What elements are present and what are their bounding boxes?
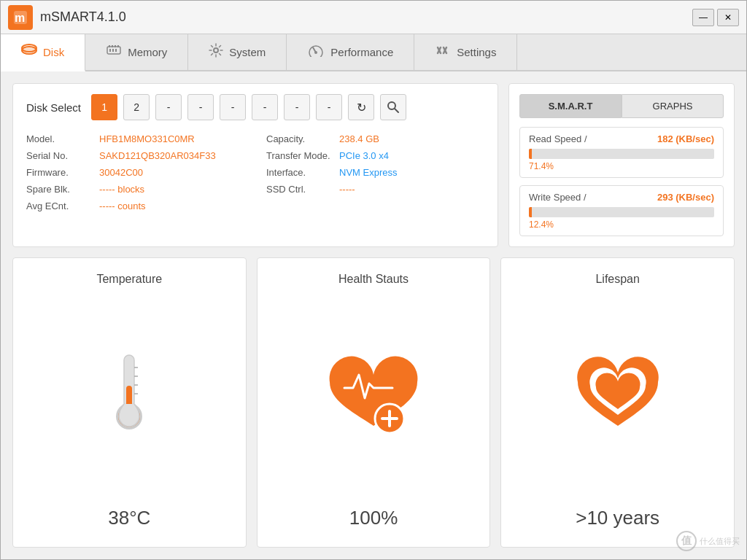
avgecnt-value: ----- counts — [99, 201, 146, 211]
bottom-cards: Temperature — [12, 257, 735, 548]
lifespan-heart-icon — [574, 357, 662, 437]
app-window: m mSMART4.1.0 — ✕ Disk — [0, 0, 747, 560]
smart-graphs-buttons: S.M.A.R.T GRAPHS — [519, 94, 724, 118]
disk-btn-5[interactable]: - — [220, 94, 246, 120]
watermark-logo: 值 — [676, 531, 697, 551]
disk-btn-1[interactable]: 1 — [91, 94, 117, 120]
svg-rect-13 — [117, 45, 119, 47]
serial-value: SAKD121QB320AR034F33 — [99, 150, 216, 161]
write-speed-header: Write Speed / 293 (KB/sec) — [529, 192, 714, 203]
performance-tab-icon — [307, 44, 325, 61]
health-icon — [322, 353, 425, 440]
model-row: Model. HFB1M8MO331C0MR — [26, 133, 244, 144]
disk-details: Model. HFB1M8MO331C0MR Serial No. SAKD12… — [26, 133, 484, 211]
tab-performance-label: Performance — [330, 46, 393, 58]
firmware-value: 30042C00 — [99, 167, 143, 178]
disk-select-label: Disk Select — [26, 101, 81, 114]
temperature-title: Temperature — [96, 273, 162, 286]
tab-memory-label: Memory — [128, 46, 167, 58]
ssdctrl-label: SSD Ctrl. — [266, 184, 339, 195]
settings-tab-icon — [435, 44, 451, 61]
disk-tab-icon — [21, 44, 37, 61]
health-card: Health Stauts 100% — [257, 257, 491, 548]
close-button[interactable]: ✕ — [717, 9, 739, 26]
interface-row: Interface. NVM Express — [266, 167, 484, 178]
main-content: Disk Select 1 2 - - - - - - ↻ — [1, 71, 746, 559]
graphs-button[interactable]: GRAPHS — [622, 94, 724, 118]
tab-system-label: System — [229, 46, 266, 58]
tab-performance[interactable]: Performance — [287, 34, 414, 70]
disk-btn-6[interactable]: - — [252, 94, 278, 120]
ssdctrl-value: ----- — [339, 184, 355, 195]
interface-label: Interface. — [266, 167, 339, 178]
read-speed-percent: 71.4% — [529, 161, 714, 171]
disk-select-row: Disk Select 1 2 - - - - - - ↻ — [26, 94, 484, 120]
temperature-value: 38°C — [108, 507, 150, 529]
capacity-label: Capacity. — [266, 133, 339, 144]
read-speed-item: Read Speed / 182 (KB/sec) 71.4% — [519, 127, 724, 178]
spare-label: Spare Blk. — [26, 184, 99, 195]
refresh-button[interactable]: ↻ — [348, 94, 374, 120]
tab-system[interactable]: System — [188, 34, 287, 70]
watermark-text: 什么值得买 — [700, 536, 740, 547]
disk-btn-4[interactable]: - — [187, 94, 214, 120]
right-panel: S.M.A.R.T GRAPHS Read Speed / 182 (KB/se… — [508, 83, 735, 247]
app-logo: m — [8, 5, 33, 30]
svg-rect-10 — [109, 45, 110, 47]
transfer-label: Transfer Mode. — [266, 150, 339, 161]
thermometer-icon — [100, 349, 158, 444]
lifespan-title: Lifespan — [595, 273, 640, 286]
disk-btn-2[interactable]: 2 — [123, 94, 150, 120]
write-speed-label: Write Speed / — [529, 192, 587, 203]
tab-settings[interactable]: Settings — [414, 34, 517, 70]
capacity-value: 238.4 GB — [339, 133, 379, 144]
svg-rect-9 — [115, 49, 117, 52]
watermark: 值 什么值得买 — [676, 531, 740, 551]
svg-rect-11 — [112, 45, 113, 47]
memory-tab-icon — [106, 44, 122, 61]
model-label: Model. — [26, 133, 99, 144]
firmware-row: Firmware. 30042C00 — [26, 167, 244, 178]
serial-label: Serial No. — [26, 150, 99, 161]
tab-disk-label: Disk — [43, 46, 64, 58]
model-value: HFB1M8MO331C0MR — [99, 133, 195, 144]
transfer-value: PCIe 3.0 x4 — [339, 150, 389, 161]
write-speed-percent: 12.4% — [529, 219, 714, 230]
disk-col-right: Capacity. 238.4 GB Transfer Mode. PCIe 3… — [266, 133, 484, 211]
avgecnt-label: Avg ECnt. — [26, 201, 99, 211]
transfer-row: Transfer Mode. PCIe 3.0 x4 — [266, 150, 484, 161]
window-controls: — ✕ — [692, 9, 739, 26]
read-speed-header: Read Speed / 182 (KB/sec) — [529, 133, 714, 144]
svg-rect-12 — [115, 45, 116, 47]
disk-col-left: Model. HFB1M8MO331C0MR Serial No. SAKD12… — [26, 133, 244, 211]
lifespan-icon-area — [574, 286, 662, 507]
search-button[interactable] — [380, 94, 406, 120]
title-bar: m mSMART4.1.0 — ✕ — [1, 1, 746, 34]
svg-rect-7 — [109, 49, 111, 52]
svg-text:m: m — [15, 12, 25, 24]
top-section: Disk Select 1 2 - - - - - - ↻ — [12, 83, 735, 247]
temperature-card: Temperature — [12, 257, 247, 548]
write-speed-bar — [529, 207, 714, 217]
disk-btn-8[interactable]: - — [316, 94, 342, 120]
minimize-button[interactable]: — — [692, 9, 714, 26]
tab-memory[interactable]: Memory — [85, 34, 188, 70]
spare-row: Spare Blk. ----- blocks — [26, 184, 244, 195]
svg-rect-8 — [112, 49, 114, 52]
read-speed-bar — [529, 149, 714, 159]
disk-btn-3[interactable]: - — [155, 94, 182, 120]
svg-line-22 — [395, 109, 398, 112]
disk-btn-7[interactable]: - — [284, 94, 310, 120]
tab-disk[interactable]: Disk — [1, 34, 85, 71]
write-speed-item: Write Speed / 293 (KB/sec) 12.4% — [519, 185, 724, 236]
health-value: 100% — [349, 507, 398, 529]
lifespan-card: Lifespan >10 years — [500, 257, 735, 548]
spare-value: ----- blocks — [99, 184, 144, 195]
temperature-icon-area — [100, 286, 158, 507]
disk-info-panel: Disk Select 1 2 - - - - - - ↻ — [12, 83, 498, 247]
read-speed-label: Read Speed / — [529, 133, 587, 144]
health-icon-area — [322, 286, 425, 507]
health-title: Health Stauts — [338, 273, 409, 286]
speed-section: Read Speed / 182 (KB/sec) 71.4% Write Sp… — [519, 127, 724, 236]
smart-button[interactable]: S.M.A.R.T — [519, 94, 622, 118]
